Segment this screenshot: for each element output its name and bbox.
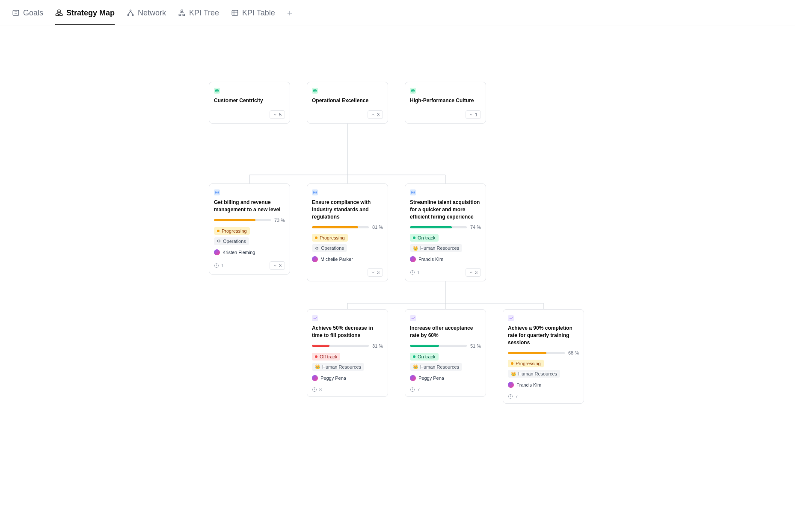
list-icon	[12, 9, 20, 17]
svg-marker-30	[217, 192, 218, 193]
card-title: Operational Excellence	[312, 97, 383, 104]
expand-button[interactable]: 1	[466, 110, 481, 119]
network-icon	[127, 9, 134, 17]
chart-icon	[508, 315, 514, 321]
pillar-card[interactable]: High-Performance Culture 1	[405, 82, 486, 124]
avatar	[214, 249, 220, 255]
tab-kpi-table[interactable]: KPI Table	[231, 9, 275, 25]
svg-rect-20	[232, 10, 238, 15]
expand-button[interactable]: 3	[368, 268, 383, 277]
avatar	[312, 256, 318, 262]
owner: Michelle Parker	[312, 256, 383, 262]
status-badge: Off track	[312, 353, 340, 361]
card-title: High-Performance Culture	[410, 97, 481, 104]
owner: Peggy Pena	[410, 375, 481, 381]
tab-label: Network	[138, 9, 166, 18]
svg-point-28	[412, 90, 414, 92]
svg-point-24	[217, 90, 218, 92]
svg-point-10	[130, 10, 131, 11]
chevron-up-icon	[469, 270, 473, 275]
svg-line-14	[131, 11, 133, 15]
department-badge: ⚙Operations	[312, 244, 347, 252]
progress-pct: 68 %	[568, 350, 579, 355]
svg-marker-33	[314, 192, 316, 193]
tab-strategy-map[interactable]: Strategy Map	[55, 9, 115, 25]
collapse-button[interactable]: 3	[466, 268, 481, 277]
clock-icon	[508, 394, 513, 399]
progress: 51 %	[410, 343, 481, 349]
time-indicator: 8	[312, 387, 322, 392]
progress: 68 %	[508, 350, 579, 355]
card-title: Ensure compliance with industry standard…	[312, 199, 383, 220]
expand-button[interactable]: 3	[270, 261, 285, 270]
card-title: Increase offer acceptance rate by 60%	[410, 325, 481, 339]
svg-rect-3	[58, 10, 60, 12]
clock-icon	[312, 387, 317, 392]
tab-label: KPI Tree	[189, 9, 219, 18]
pillar-card[interactable]: Customer Centricity 5	[209, 82, 290, 124]
tree-icon	[178, 9, 186, 17]
hierarchy-icon	[55, 9, 63, 17]
chevron-up-icon	[371, 112, 375, 117]
department-badge: 👑Human Resources	[410, 363, 462, 371]
focus-icon	[214, 88, 220, 94]
department-badge: ⚙Operations	[214, 237, 249, 245]
time-indicator: 7	[410, 387, 420, 392]
time-indicator: 1	[410, 270, 420, 275]
expand-button[interactable]: 5	[270, 110, 285, 119]
owner: Peggy Pena	[312, 375, 383, 381]
svg-rect-15	[181, 10, 183, 12]
owner: Kristen Fleming	[214, 249, 285, 255]
chevron-down-icon	[273, 112, 277, 117]
progress: 74 %	[410, 225, 481, 230]
tab-label: Goals	[23, 9, 43, 18]
table-icon	[231, 9, 239, 17]
tab-label: KPI Table	[242, 9, 275, 18]
status-badge: On track	[410, 234, 439, 242]
card-title: Streamline talent acquisition for a quic…	[410, 199, 481, 220]
owner: Francis Kim	[410, 256, 481, 262]
progress-pct: 51 %	[470, 343, 481, 349]
status-badge: Progressing	[508, 360, 544, 367]
clock-icon	[410, 387, 415, 392]
card-title: Customer Centricity	[214, 97, 285, 104]
connectors	[111, 26, 684, 411]
kpi-card[interactable]: Achieve 50% decrease in time to fill pos…	[307, 309, 388, 397]
chevron-down-icon	[273, 263, 277, 268]
chart-icon	[312, 315, 318, 321]
progress-pct: 74 %	[470, 225, 481, 230]
add-tab-button[interactable]: +	[287, 8, 293, 26]
avatar	[410, 375, 416, 381]
pillar-card[interactable]: Operational Excellence 3	[307, 82, 388, 124]
clock-icon	[214, 263, 219, 268]
progress-pct: 31 %	[372, 343, 383, 349]
child-count: 1	[475, 112, 478, 117]
tab-network[interactable]: Network	[127, 9, 166, 25]
svg-point-26	[314, 90, 316, 92]
svg-rect-5	[60, 14, 62, 16]
owner: Francis Kim	[508, 382, 579, 388]
progress-pct: 81 %	[372, 225, 383, 230]
tabs-bar: Goals Strategy Map Network KPI Tree KPI …	[0, 0, 795, 26]
avatar	[410, 256, 416, 262]
compass-icon	[214, 189, 220, 195]
tab-goals[interactable]: Goals	[12, 9, 43, 25]
status-badge: Progressing	[214, 227, 250, 235]
svg-rect-17	[183, 14, 185, 16]
tab-kpi-tree[interactable]: KPI Tree	[178, 9, 219, 25]
kpi-card[interactable]: Achieve a 90% completion rate for quarte…	[503, 309, 584, 404]
svg-point-11	[128, 15, 129, 16]
compass-icon	[312, 189, 318, 195]
chart-icon	[410, 315, 416, 321]
focus-icon	[410, 88, 416, 94]
progress: 31 %	[312, 343, 383, 349]
objective-card[interactable]: Streamline talent acquisition for a quic…	[405, 183, 486, 281]
chevron-down-icon	[371, 270, 375, 275]
collapse-button[interactable]: 3	[368, 110, 383, 119]
child-count: 5	[279, 112, 282, 117]
objective-card[interactable]: Get billing and revenue management to a …	[209, 183, 290, 275]
focus-icon	[312, 88, 318, 94]
objective-card[interactable]: Ensure compliance with industry standard…	[307, 183, 388, 281]
kpi-card[interactable]: Increase offer acceptance rate by 60% 51…	[405, 309, 486, 397]
time-indicator: 7	[508, 394, 518, 399]
